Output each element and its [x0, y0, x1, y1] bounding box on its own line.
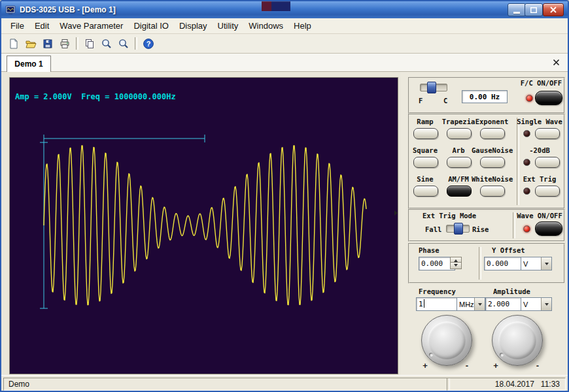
menu-windows[interactable]: Windows — [243, 20, 288, 32]
menu-utility[interactable]: Utility — [213, 20, 244, 32]
amplitude-unit-value: V — [521, 298, 541, 310]
tab-close-button[interactable] — [553, 59, 560, 66]
gausenoise-label: GauseNoise — [472, 146, 512, 154]
dropdown-button[interactable] — [474, 298, 485, 310]
dropdown-button[interactable] — [541, 298, 551, 310]
y-offset-label: Y Offset — [492, 246, 525, 254]
titlebar: DDS-3025 USB - [Demo 1] — [1, 1, 568, 18]
rise-label: Rise — [472, 225, 489, 233]
gausenoise-button[interactable] — [480, 157, 505, 168]
print-icon[interactable] — [56, 36, 73, 51]
menu-edit[interactable]: Edit — [29, 20, 54, 32]
spinner-down-button[interactable] — [450, 262, 462, 270]
square-button[interactable] — [413, 157, 438, 168]
control-panel: F C 0.00 Hz F/C ON/OFF Ramp Trapezia Exp… — [400, 72, 568, 375]
tab-label: Demo 1 — [14, 59, 43, 69]
ext-trig-button[interactable] — [535, 186, 560, 197]
zoom-icon[interactable] — [98, 36, 115, 51]
fc-onoff-label: F/C ON/OFF — [521, 79, 562, 87]
close-button[interactable] — [543, 3, 564, 16]
text-caret — [424, 299, 424, 308]
trig-mode-group: Ext Trig Mode Fall Rise Wave ON/OFF — [408, 209, 565, 242]
frequency-label: Frequency — [419, 287, 456, 295]
waveform-display: Amp = 2.000V Freq = 1000000.000Hz — [9, 77, 398, 374]
app-window: DDS-3025 USB - [Demo 1] File Edit Wave P… — [0, 0, 569, 392]
chevron-down-icon — [478, 303, 482, 308]
status-date: 18.04.2017 — [495, 380, 534, 389]
exponent-button[interactable] — [480, 128, 505, 139]
menu-digital-io[interactable]: Digital IO — [128, 20, 173, 32]
trig-edge-slider[interactable] — [446, 225, 470, 233]
dropdown-button[interactable] — [541, 257, 551, 270]
amplitude-unit-select[interactable]: V — [521, 297, 552, 311]
scope-canvas — [10, 78, 398, 374]
trapezia-button[interactable] — [447, 128, 472, 139]
ext-trig-label: Ext Trig — [517, 175, 562, 183]
chevron-down-icon — [545, 303, 549, 308]
frequency-knob-plus-label: + — [420, 361, 430, 370]
trapezia-label: Trapezia — [441, 118, 475, 125]
frequency-input[interactable] — [416, 297, 460, 311]
window-title: DDS-3025 USB - [Demo 1] — [20, 5, 116, 14]
tab-demo1[interactable]: Demo 1 — [7, 56, 51, 72]
open-folder-icon[interactable] — [22, 36, 39, 51]
exponent-label: Exponent — [472, 118, 512, 125]
zoom-icon-2[interactable] — [115, 36, 132, 51]
wave-onoff-button[interactable] — [535, 221, 562, 236]
sine-button[interactable] — [413, 186, 438, 197]
amplitude-label: Amplitude — [493, 287, 530, 295]
arb-label: Arb — [441, 146, 475, 154]
menu-display[interactable]: Display — [174, 20, 213, 32]
amfm-button[interactable] — [447, 186, 472, 197]
menu-file[interactable]: File — [5, 20, 29, 32]
menu-wave-parameter[interactable]: Wave Parameter — [54, 20, 128, 32]
menu-help[interactable]: Help — [288, 20, 317, 32]
square-label: Square — [408, 146, 442, 154]
sine-label: Sine — [408, 175, 442, 183]
amfm-label: AM/FM — [441, 175, 475, 183]
frequency-unit-select[interactable]: MHz — [457, 297, 485, 311]
whitenoise-button[interactable] — [480, 186, 505, 197]
new-file-icon[interactable] — [5, 36, 22, 51]
status-time: 11:33 — [541, 380, 560, 389]
maximize-button[interactable] — [525, 3, 543, 16]
frequency-knob-minus-label: - — [462, 361, 472, 370]
minimize-button[interactable] — [508, 3, 526, 16]
chevron-down-icon — [545, 263, 549, 267]
scope-readout: Amp = 2.000V Freq = 1000000.000Hz — [15, 92, 176, 101]
fc-slider[interactable] — [420, 84, 447, 91]
fc-slider-thumb[interactable] — [427, 82, 436, 93]
toolbar: ? — [1, 34, 568, 54]
amplitude-knob[interactable] — [492, 315, 543, 366]
y-offset-unit-value: V — [521, 257, 541, 270]
amplitude-input[interactable] — [485, 297, 525, 311]
single-wave-button[interactable] — [535, 128, 560, 139]
minus20db-label: -20dB — [517, 146, 562, 154]
help-icon[interactable]: ? — [140, 36, 157, 51]
minus20db-button[interactable] — [535, 157, 560, 168]
arb-button[interactable] — [447, 157, 472, 168]
menu-bar: File Edit Wave Parameter Digital IO Disp… — [1, 18, 568, 34]
frequency-knob[interactable] — [421, 315, 472, 366]
y-offset-input[interactable] — [484, 257, 523, 270]
trig-edge-slider-thumb[interactable] — [454, 223, 463, 235]
help-glyph: ? — [147, 40, 151, 48]
wave-onoff-label: Wave ON/OFF — [517, 212, 562, 220]
copy-icon[interactable] — [81, 36, 98, 51]
panel-collapse-arrow[interactable] — [394, 210, 398, 216]
phase-label: Phase — [419, 246, 440, 254]
ramp-button[interactable] — [413, 128, 438, 139]
y-offset-unit-select[interactable]: V — [521, 257, 552, 270]
toolbar-separator — [76, 37, 78, 50]
single-wave-label: Single Wave — [517, 118, 562, 125]
fc-frequency-readout: 0.00 Hz — [462, 90, 508, 103]
ext-trig-led — [523, 188, 530, 195]
wave-select-group: Ramp Trapezia Exponent Single Wave Squar… — [408, 114, 565, 209]
waveform-trace — [44, 146, 366, 305]
minus20db-led — [523, 159, 530, 166]
save-icon[interactable] — [39, 36, 56, 51]
fc-onoff-button[interactable] — [535, 91, 562, 105]
status-datetime: 18.04.2017 11:33 — [447, 378, 566, 391]
wave-onoff-led — [523, 225, 530, 233]
group-separator — [517, 118, 519, 205]
